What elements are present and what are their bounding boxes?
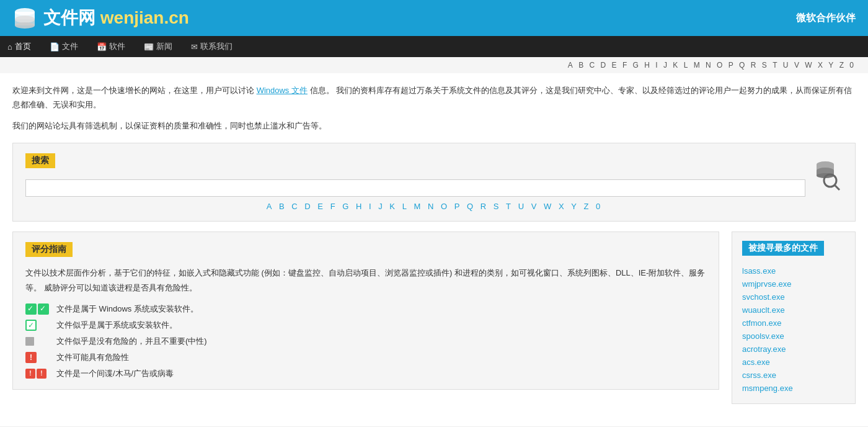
rating-item-1: 文件是属于 Windows 系统或安装软件。 [25, 303, 706, 315]
alpha-letter-L[interactable]: L [684, 61, 689, 70]
nav-news[interactable]: 📰 新闻 [144, 41, 172, 52]
alpha-letter-P[interactable]: P [728, 61, 735, 70]
red-warning-icon: ! [25, 352, 37, 363]
alpha-letter-N[interactable]: N [706, 61, 712, 70]
popular-file-link[interactable]: lsass.exe [742, 266, 776, 276]
svg-line-11 [835, 185, 839, 190]
alpha-letter-K[interactable]: K [673, 61, 679, 70]
search-alpha-letter-D[interactable]: D [304, 202, 311, 211]
red-danger-icon-1: ! [25, 369, 35, 379]
search-alpha-letter-B[interactable]: B [279, 202, 286, 211]
popular-file-link[interactable]: svchost.exe [742, 292, 785, 302]
popular-section: 被搜寻最多的文件 lsass.exewmjprvse.exesvchost.ex… [732, 231, 856, 404]
popular-file-link[interactable]: acs.exe [742, 357, 770, 367]
nav-home[interactable]: ⌂ 首页 [7, 41, 31, 52]
file-icon: 📄 [50, 42, 60, 52]
single-warning-icon-container: ! [25, 352, 50, 363]
alpha-letter-0[interactable]: 0 [849, 61, 855, 70]
alpha-letter-D[interactable]: D [601, 61, 608, 70]
alpha-letter-F[interactable]: F [622, 61, 628, 70]
search-alpha-letter-L[interactable]: L [402, 202, 408, 211]
search-alpha-letter-X[interactable]: X [559, 202, 565, 211]
news-icon: 📰 [144, 42, 154, 52]
search-alpha-letter-S[interactable]: S [494, 202, 500, 211]
search-alpha-letter-T[interactable]: T [506, 202, 512, 211]
rating-item-5: ! ! 文件是一个间谍/木马/广告或病毒 [25, 368, 706, 379]
search-alpha-letter-Q[interactable]: Q [467, 202, 474, 211]
search-alpha-letter-Y[interactable]: Y [571, 202, 578, 211]
two-column-layout: 评分指南 文件以技术层面作分析，基于它们的特征，如嵌入式和隐藏式功能 (例如：键… [12, 231, 856, 404]
popular-list: lsass.exewmjprvse.exesvchost.exewuauclt.… [742, 264, 845, 395]
rating-item-2-text: 文件似乎是属于系统或安装软件。 [56, 320, 177, 331]
search-alpha-letter-Z[interactable]: Z [583, 202, 590, 211]
alpha-letter-B[interactable]: B [578, 61, 585, 70]
alpha-letter-I[interactable]: I [655, 61, 658, 70]
red-danger-icon-2: ! [37, 369, 46, 379]
alpha-letter-H[interactable]: H [644, 61, 651, 70]
search-alpha-letter-E[interactable]: E [317, 202, 324, 211]
alpha-letter-R[interactable]: R [751, 61, 758, 70]
alpha-letter-J[interactable]: J [663, 61, 668, 70]
popular-file-link[interactable]: ctfmon.exe [742, 318, 782, 328]
popular-file-link[interactable]: spoolsv.exe [742, 331, 784, 341]
search-alpha-letter-K[interactable]: K [389, 202, 396, 211]
search-alpha-bar: A B C D E F G H I J K L M N O P Q R S T … [25, 202, 843, 211]
alpha-letter-C[interactable]: C [590, 61, 596, 70]
alpha-letter-U[interactable]: U [783, 61, 790, 70]
alpha-letter-S[interactable]: S [762, 61, 768, 70]
list-item: spoolsv.exe [742, 330, 845, 343]
rating-item-3-text: 文件似乎是没有危险的，并且不重要(中性) [56, 336, 207, 347]
popular-label: 被搜寻最多的文件 [742, 241, 824, 256]
search-alpha-letter-A[interactable]: A [267, 202, 273, 211]
green-outline-check-icon-container [25, 320, 50, 331]
search-alpha-letter-P[interactable]: P [454, 202, 461, 211]
search-alpha-letter-M[interactable]: M [414, 202, 422, 211]
popular-file-link[interactable]: msmpeng.exe [742, 384, 793, 393]
alpha-letter-Y[interactable]: Y [828, 61, 835, 70]
search-alpha-letter-U[interactable]: U [518, 202, 525, 211]
alpha-letter-V[interactable]: V [794, 61, 800, 70]
popular-file-link[interactable]: wmjprvse.exe [742, 279, 791, 289]
search-alpha-letter-I[interactable]: I [369, 202, 373, 211]
alpha-letter-W[interactable]: W [805, 61, 813, 70]
alpha-letter-O[interactable]: O [717, 61, 724, 70]
nav-software[interactable]: 📅 软件 [97, 41, 125, 52]
alpha-letter-T[interactable]: T [773, 61, 778, 70]
search-alpha-letter-J[interactable]: J [378, 202, 384, 211]
popular-file-link[interactable]: wuauclt.exe [742, 305, 785, 315]
rating-item-4: ! 文件可能具有危险性 [25, 352, 706, 363]
alpha-letter-A[interactable]: A [568, 61, 574, 70]
logo: 文件网 wenjian.cn [12, 6, 189, 30]
windows-files-link[interactable]: Windows 文件 [257, 86, 308, 95]
search-magnifier-icon [812, 160, 843, 191]
alpha-letter-Z[interactable]: Z [839, 61, 845, 70]
nav-files[interactable]: 📄 文件 [50, 41, 78, 52]
search-section: 搜索 A B C D E F G H I J K L M [12, 143, 856, 222]
search-alpha-letter-F[interactable]: F [330, 202, 337, 211]
popular-file-link[interactable]: acrotray.exe [742, 344, 786, 354]
search-alpha-letter-W[interactable]: W [544, 202, 552, 211]
alpha-letter-G[interactable]: G [633, 61, 640, 70]
logo-text: 文件网 wenjian.cn [43, 6, 189, 30]
alpha-letter-X[interactable]: X [818, 61, 824, 70]
search-alpha-letter-G[interactable]: G [342, 202, 350, 211]
home-icon: ⌂ [7, 42, 12, 52]
search-alpha-letter-O[interactable]: O [441, 202, 448, 211]
search-alpha-letter-0[interactable]: 0 [596, 202, 601, 211]
rating-item-5-text: 文件是一个间谍/木马/广告或病毒 [56, 368, 174, 379]
search-alpha-letter-V[interactable]: V [531, 202, 538, 211]
nav-contact[interactable]: ✉ 联系我们 [191, 41, 232, 52]
popular-file-link[interactable]: csrss.exe [742, 371, 776, 380]
rating-item-1-text: 文件是属于 Windows 系统或安装软件。 [56, 303, 198, 315]
alpha-letter-Q[interactable]: Q [739, 61, 746, 70]
search-alpha-letter-R[interactable]: R [480, 202, 487, 211]
search-alpha-letter-N[interactable]: N [428, 202, 435, 211]
alpha-letter-M[interactable]: M [694, 61, 701, 70]
search-alpha-letter-H[interactable]: H [356, 202, 363, 211]
alpha-letter-E[interactable]: E [612, 61, 618, 70]
rating-items-list: 文件是属于 Windows 系统或安装软件。 文件似乎是属于系统或安装软件。 [25, 303, 706, 379]
search-alpha-letter-C[interactable]: C [291, 202, 298, 211]
search-input[interactable] [25, 179, 805, 197]
green-check-icon-1 [25, 303, 37, 315]
main-content: 欢迎来到文件网，这是一个快速增长的网站，在这里，用户可以讨论 Windows 文… [0, 73, 868, 414]
